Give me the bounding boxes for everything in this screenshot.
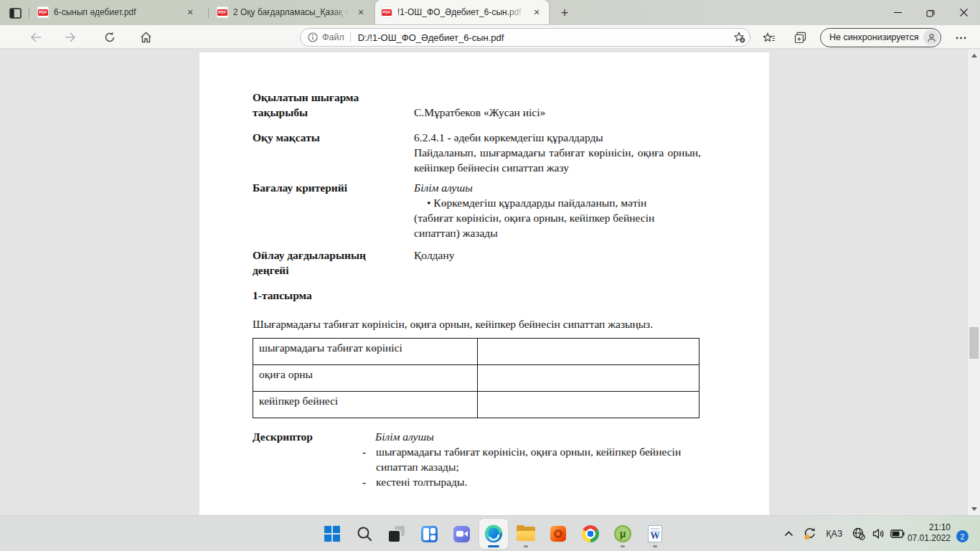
language-label: ҚАЗ	[826, 529, 842, 539]
pdf-file-icon: PDF	[217, 6, 228, 18]
search-button[interactable]	[350, 519, 379, 549]
pdf-page: Оқылатын шығарма тақырыбы С.Мұратбеков «…	[199, 52, 769, 515]
table-cell-label: кейіпкер бейнесі	[253, 392, 478, 418]
pdf-viewer: Оқылатын шығарма тақырыбы С.Мұратбеков «…	[0, 50, 980, 515]
tray-clock[interactable]: 21:10 07.01.2022	[908, 522, 951, 544]
notification-count-badge[interactable]: 2	[956, 530, 969, 542]
chat-button[interactable]	[447, 519, 476, 549]
pdf-file-icon: PDF	[37, 6, 49, 18]
profile-sync-button[interactable]: Не синхронизируется	[820, 28, 941, 47]
tab-3-active[interactable]: PDF !1-ОШ_ФО_Әдебиет_6-сын.pdf ✕	[375, 0, 549, 24]
url-separator	[350, 32, 351, 42]
doc-label-thinking-level: Ойлау дағдыларының деңгейі	[253, 248, 382, 278]
battery-icon	[890, 529, 905, 538]
tray-network[interactable]	[849, 524, 868, 544]
doc-value-thinking-level: Қолдану	[414, 248, 454, 263]
vertical-scrollbar[interactable]	[968, 50, 980, 515]
restore-button[interactable]	[914, 0, 947, 25]
url-text[interactable]: D:/!1-ОШ_ФО_Әдебиет_6-сын.pdf	[358, 32, 733, 43]
utorrent-button[interactable]: µ	[608, 519, 637, 549]
tab-title: 2 Оқу бағдарламасы_Қазақ әде	[233, 7, 349, 17]
widgets-icon	[421, 526, 438, 542]
tray-volume[interactable]	[869, 524, 887, 544]
task-view-icon	[389, 526, 405, 542]
browser-toolbar: Файл D:/!1-ОШ_ФО_Әдебиет_6-сын.pdf Не си…	[0, 25, 980, 49]
favorites-icon[interactable]	[759, 29, 779, 47]
sync-status-label: Не синхронизируется	[829, 32, 918, 42]
table-row: кейіпкер бейнесі	[253, 392, 699, 418]
start-button[interactable]	[318, 519, 347, 549]
doc-descriptor-list: шығармадағы табиғат көрінісін, оқиға орн…	[362, 444, 698, 489]
home-icon[interactable]	[135, 28, 156, 47]
tab-close-icon[interactable]: ✕	[530, 6, 543, 19]
doc-task-heading: 1-тапсырма	[253, 288, 312, 303]
settings-menu-icon[interactable]	[951, 29, 971, 47]
running-indicator	[621, 545, 625, 547]
windows-taskbar: µ W ҚАЗ	[0, 515, 980, 551]
tab-title: !1-ОШ_ФО_Әдебиет_6-сын.pdf	[397, 7, 524, 17]
doc-descriptor-item: кестені толтырады.	[362, 474, 698, 489]
doc-descriptor-label: Дескриптор	[253, 429, 313, 444]
browser-tab-bar: PDF 6-сынып әдебиет.pdf ✕ PDF 2 Оқу бағд…	[0, 0, 980, 25]
running-indicator	[488, 545, 499, 547]
tab-close-icon[interactable]: ✕	[354, 6, 367, 19]
word-icon: W	[648, 525, 662, 542]
clock-date: 07.01.2022	[908, 533, 951, 544]
table-cell-label: оқиға орны	[253, 365, 478, 392]
edge-icon	[484, 524, 503, 543]
running-indicator	[524, 545, 528, 547]
back-icon[interactable]	[25, 28, 47, 47]
scroll-down-icon[interactable]	[968, 503, 980, 515]
tray-show-hidden-icons[interactable]	[779, 524, 798, 544]
running-indicator	[653, 545, 657, 547]
globe-no-internet-icon	[852, 527, 865, 540]
doc-value-work-title: С.Мұратбеков «Жусан иісі»	[414, 105, 545, 120]
doc-value-objective-line1: 6.2.4.1 - әдеби көркемдегіш құралдарды	[414, 130, 701, 145]
tab-2[interactable]: PDF 2 Оқу бағдарламасы_Қазақ әде ✕	[211, 0, 373, 24]
widgets-button[interactable]	[415, 519, 443, 549]
tab-title: 6-сынып әдебиет.pdf	[54, 7, 178, 17]
chevron-up-icon	[784, 531, 793, 537]
add-favorite-icon[interactable]	[733, 32, 745, 43]
doc-descriptor-item: шығармадағы табиғат көрінісін, оқиға орн…	[362, 444, 698, 474]
address-bar[interactable]: Файл D:/!1-ОШ_ФО_Әдебиет_6-сын.pdf	[300, 28, 750, 47]
collections-icon[interactable]	[790, 29, 810, 47]
minimize-button[interactable]	[881, 0, 914, 25]
speaker-icon	[872, 528, 885, 540]
doc-label-work-title: Оқылатын шығарма тақырыбы	[253, 90, 378, 120]
windows-logo-icon	[324, 526, 340, 542]
scrollbar-thumb[interactable]	[969, 327, 979, 359]
table-cell-empty	[478, 392, 699, 418]
tab-separator	[208, 7, 209, 18]
utorrent-icon: µ	[614, 525, 631, 542]
tray-sync-status[interactable]	[799, 524, 819, 544]
url-scheme-label: Файл	[322, 32, 344, 42]
close-window-button[interactable]	[947, 0, 980, 25]
task-view-button[interactable]	[382, 519, 411, 549]
chrome-button[interactable]	[576, 519, 605, 549]
tab-close-icon[interactable]: ✕	[184, 6, 197, 19]
doc-label-learning-objective: Оқу мақсаты	[253, 130, 378, 145]
scroll-up-icon[interactable]	[968, 50, 980, 62]
word-button[interactable]: W	[641, 519, 669, 549]
doc-table: шығармадағы табиғат көрінісі оқиға орны …	[253, 338, 699, 418]
refresh-icon[interactable]	[99, 28, 121, 47]
doc-descriptor-intro: Білім алушы	[375, 429, 434, 444]
tab-1[interactable]: PDF 6-сынып әдебиет.pdf ✕	[32, 0, 202, 24]
search-icon	[357, 526, 372, 542]
window-controls	[881, 0, 980, 25]
tray-battery[interactable]	[887, 524, 908, 544]
forward-icon[interactable]	[60, 28, 81, 47]
office-button[interactable]	[544, 519, 573, 549]
teams-chat-icon	[453, 526, 470, 542]
doc-criteria-intro: Білім алушы	[414, 180, 473, 195]
tray-language-switcher[interactable]: ҚАЗ	[822, 524, 847, 544]
table-cell-empty	[478, 365, 699, 392]
new-tab-button[interactable]: +	[555, 4, 575, 22]
file-explorer-button[interactable]	[512, 519, 540, 549]
tab-workspaces-icon[interactable]	[6, 5, 24, 21]
table-row: шығармадағы табиғат көрінісі	[253, 339, 699, 365]
info-icon[interactable]	[308, 32, 318, 42]
doc-task-text: Шығармадағы табиғат көрінісін, оқиға орн…	[253, 316, 712, 331]
edge-button[interactable]	[479, 519, 508, 549]
